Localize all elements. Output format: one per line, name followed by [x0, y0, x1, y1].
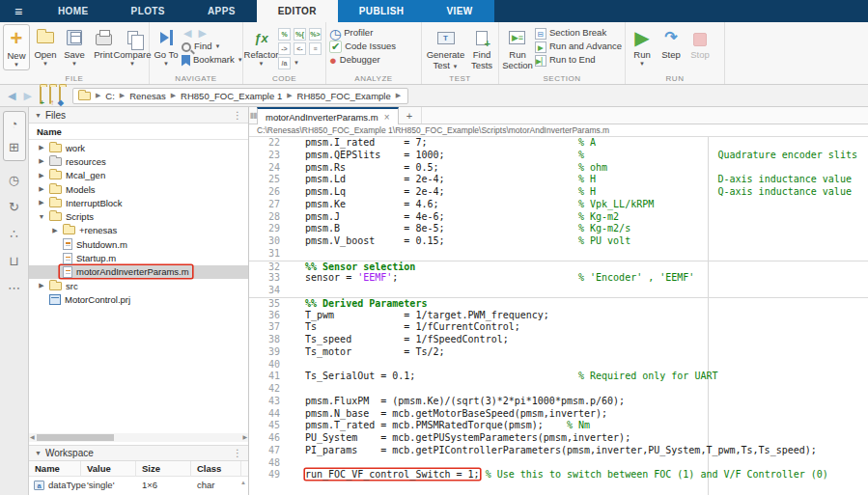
- cluster-icon[interactable]: ∴: [4, 223, 25, 244]
- workspace-row[interactable]: a dataType 'single' 1×6 char: [29, 478, 248, 492]
- profiler-button[interactable]: ◷ Profiler: [329, 27, 396, 40]
- workspace-panel-header[interactable]: ▼ Workspace ⋮: [29, 445, 248, 461]
- more-icon[interactable]: ⋯: [4, 277, 25, 298]
- browse-folder-icon[interactable]: ◆: [59, 87, 61, 104]
- new-folder-icon[interactable]: +: [40, 87, 42, 104]
- hamburger-menu-icon[interactable]: ≡: [0, 0, 37, 22]
- collapsed-arrow-icon[interactable]: ▶: [37, 185, 46, 193]
- scroll-right-arrow-icon[interactable]: ▶: [242, 433, 247, 442]
- breadcrumb[interactable]: ▶ C: ▶ Renesas ▶ RH850_FOC_Example 1 ▶ R…: [72, 88, 408, 104]
- files-kebab-icon[interactable]: ⋮: [233, 110, 242, 121]
- nav-back-icon[interactable]: ◀: [6, 90, 17, 102]
- run-to-end-button[interactable]: ▶▏ Run to End: [535, 54, 622, 67]
- file-tree-item-startup-m[interactable]: Startup.m: [29, 251, 248, 264]
- run-section-button[interactable]: ▶≡ Run Section: [502, 24, 533, 71]
- save-dropdown-arrow[interactable]: ▼: [71, 61, 77, 68]
- dependency-icon[interactable]: ↻: [4, 196, 25, 217]
- compare-dropdown-arrow[interactable]: ▼: [129, 61, 135, 68]
- file-tree-item-interruptblock[interactable]: ▶InterruptBlock: [29, 196, 248, 209]
- indent-left-icon[interactable]: <-: [294, 42, 306, 55]
- collapsed-arrow-icon[interactable]: ▶: [37, 282, 46, 289]
- forward-arrow-icon[interactable]: ▶: [196, 27, 208, 40]
- file-tree-item-motorcontrol-prj[interactable]: MotorControl.prj: [29, 292, 248, 306]
- generate-test-button[interactable]: T Generate Test ▼: [425, 24, 466, 71]
- collapsed-arrow-icon[interactable]: ▶: [37, 157, 46, 165]
- tab-close-icon[interactable]: ×: [384, 112, 390, 123]
- collapse-arrow-icon[interactable]: ▼: [35, 450, 42, 456]
- collapsed-arrow-icon[interactable]: ▶: [37, 144, 46, 151]
- files-horizontal-scrollbar[interactable]: ◀ ▶: [29, 433, 248, 442]
- folder-up-icon[interactable]: ↑: [49, 87, 51, 104]
- workspace-col-class[interactable]: Class: [191, 461, 241, 477]
- tab-view[interactable]: VIEW: [426, 0, 494, 22]
- refactor-button[interactable]: ƒx Refactor▼: [246, 24, 276, 69]
- new-dropdown-arrow[interactable]: ▼: [14, 62, 19, 69]
- refactor-dropdown-arrow[interactable]: ▼: [259, 61, 265, 68]
- files-panel-header[interactable]: ▼ Files ⋮: [29, 107, 248, 124]
- open-button[interactable]: Open▼: [32, 24, 59, 69]
- run-button[interactable]: ▶ Run▼: [629, 24, 656, 69]
- find-button[interactable]: Find▼: [182, 41, 243, 53]
- open-dropdown-arrow[interactable]: ▼: [42, 61, 48, 68]
- files-name-column-header[interactable]: Name: [29, 124, 248, 140]
- workspace-col-value[interactable]: Value: [81, 461, 136, 477]
- code-area[interactable]: 22pmsm.I_rated = 7; % A23pmsm.QEPSlits =…: [249, 137, 868, 495]
- find-tests-button[interactable]: Find Tests: [468, 24, 495, 71]
- step-button[interactable]: ↷ Step: [658, 24, 685, 62]
- file-tree-item-motorandinverterparams-m[interactable]: motorAndInverterParams.m: [29, 265, 248, 279]
- history-icon[interactable]: ◷: [4, 169, 25, 190]
- layout-grid-icon[interactable]: ⊞: [4, 136, 25, 157]
- collapsed-arrow-icon[interactable]: ▶: [37, 199, 46, 206]
- editor-tab-active[interactable]: motorAndInverterParams.m ×: [257, 107, 399, 124]
- file-tree-item-work[interactable]: ▶work: [29, 141, 248, 154]
- file-tree-item--renesas[interactable]: ▶+renesas: [29, 224, 248, 237]
- comment-block-icon[interactable]: %{: [294, 28, 306, 41]
- smart-indent-icon[interactable]: ≡: [309, 42, 322, 55]
- collapsed-arrow-icon[interactable]: ▶: [50, 227, 60, 234]
- tab-apps[interactable]: APPS: [186, 0, 257, 22]
- tab-publish[interactable]: PUBLISH: [338, 0, 426, 22]
- nav-history-arrows[interactable]: ◀ ▶: [182, 27, 243, 40]
- back-arrow-icon[interactable]: ◀: [182, 27, 193, 40]
- code-tools-dropdown-arrow[interactable]: ▼: [294, 57, 307, 69]
- archive-box-icon[interactable]: ⊔: [4, 250, 25, 271]
- panel-grip-icon[interactable]: ▮▮: [249, 107, 257, 124]
- goto-button[interactable]: Go To▼: [153, 24, 180, 69]
- file-tree-item-resources[interactable]: ▶resources: [29, 154, 248, 168]
- code-issues-button[interactable]: ✔ Code Issues: [329, 41, 396, 53]
- tab-plots[interactable]: PLOTS: [110, 0, 186, 22]
- breadcrumb-segment[interactable]: Renesas: [129, 91, 166, 101]
- breadcrumb-segment[interactable]: RH850_FOC_Example 1: [181, 91, 282, 101]
- workspace-col-name[interactable]: Name: [29, 461, 81, 477]
- comment-icon[interactable]: %: [278, 28, 291, 41]
- expanded-arrow-icon[interactable]: ▼: [37, 213, 46, 220]
- goto-dropdown-arrow[interactable]: ▼: [163, 61, 169, 68]
- file-tree-item-models[interactable]: ▶Models: [29, 182, 248, 196]
- new-button[interactable]: + New▼: [3, 24, 30, 70]
- tab-home[interactable]: HOME: [37, 0, 110, 22]
- bookmark-button[interactable]: Bookmark▼: [182, 54, 243, 67]
- file-tree-item-shutdown-m[interactable]: Shutdown.m: [29, 237, 248, 251]
- file-tree-item-mcal-gen[interactable]: ▶Mcal_gen: [29, 169, 248, 182]
- workspace-kebab-icon[interactable]: ⋮: [233, 448, 242, 458]
- wrap-comments-icon[interactable]: /a: [278, 57, 291, 69]
- collapsed-arrow-icon[interactable]: ▶: [37, 172, 46, 179]
- compare-button[interactable]: Compare▼: [119, 24, 146, 69]
- uncomment-icon[interactable]: %>: [309, 28, 322, 41]
- breadcrumb-segment[interactable]: RH850_FOC_Example: [297, 91, 391, 101]
- breadcrumb-segment[interactable]: C:: [105, 91, 115, 101]
- run-and-advance-button[interactable]: ▶ Run and Advance: [535, 41, 622, 53]
- collapse-arrow-icon[interactable]: ▼: [35, 112, 42, 119]
- debugger-button[interactable]: ● Debugger: [329, 54, 396, 67]
- scroll-left-arrow-icon[interactable]: ◀: [30, 433, 35, 442]
- section-break-button[interactable]: ⊟ Section Break: [535, 27, 622, 40]
- run-dropdown-arrow[interactable]: ▼: [639, 61, 645, 68]
- tab-editor[interactable]: EDITOR: [257, 0, 338, 22]
- workspace-col-size[interactable]: Size: [136, 461, 191, 477]
- file-tree-item-scripts[interactable]: ▼Scripts: [29, 209, 248, 223]
- project-view-icon[interactable]: ◔: [4, 113, 25, 134]
- new-tab-button[interactable]: +: [399, 107, 422, 124]
- save-button[interactable]: Save▼: [61, 24, 88, 69]
- nav-forward-icon[interactable]: ▶: [21, 90, 33, 102]
- file-tree-item-src[interactable]: ▶src: [29, 279, 248, 292]
